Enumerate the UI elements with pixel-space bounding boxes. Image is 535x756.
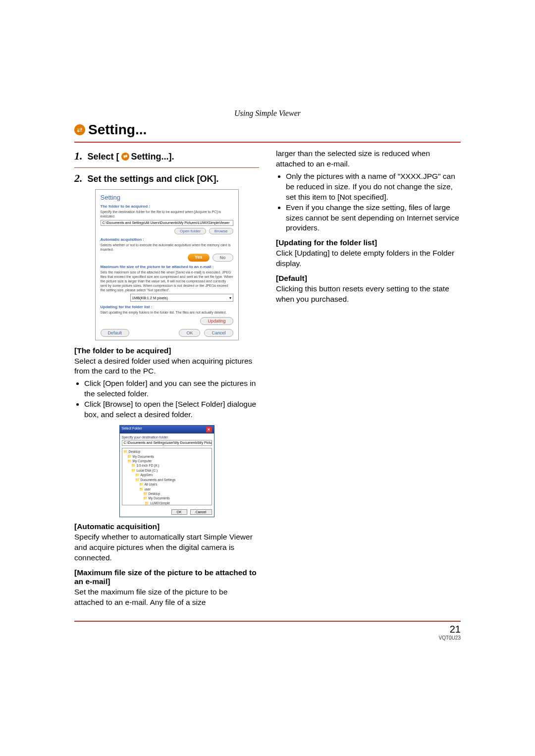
step-2: 2. Set the settings and click [OK].: [74, 173, 259, 185]
dlg-section-max-desc: Sets the maximum size of the attached fi…: [101, 270, 233, 292]
bullet: Click [Browse] to open the [Select Folde…: [84, 399, 259, 420]
subhead-folder: [The folder to be acquired]: [74, 346, 259, 355]
update-desc: Click [Updating] to delete empty folders…: [276, 248, 461, 269]
page-footer: 21 VQT0U23: [74, 621, 461, 641]
dlg-section-folder-desc: Specify the destination folder for the f…: [101, 210, 233, 218]
tree-node: Documents and Settings: [123, 478, 211, 482]
tree-node: Desktop: [123, 449, 211, 454]
folder-tree[interactable]: Desktop My Documents My Computer 3.5-inc…: [122, 448, 212, 505]
close-icon[interactable]: ×: [206, 427, 212, 432]
page-content: Using Simple Viewer ⇄ Setting... 1. Sele…: [74, 109, 461, 641]
select-folder-label: Specify your destination folder.: [122, 435, 212, 439]
dialog-title: Setting: [101, 194, 233, 201]
dlg-section-max-title: Maximum file size of the picture to be a…: [101, 265, 233, 269]
divider: [74, 142, 461, 143]
bullet: Only the pictures with a name of "XXXX.J…: [286, 171, 461, 203]
subhead-auto: [Automatic acquisition]: [74, 522, 259, 531]
select-folder-dialog: Select Folder × Specify your destination…: [119, 425, 214, 517]
browser-cancel-button[interactable]: Cancel: [190, 509, 212, 515]
folder-desc: Select a desired folder used when acquir…: [74, 356, 259, 377]
tree-node[interactable]: LUMIXSimple: [123, 501, 211, 505]
max-bullets: Only the pictures with a name of "XXXX.J…: [276, 171, 461, 234]
subhead-default: [Default]: [276, 274, 461, 283]
max-desc: Set the maximum file size of the picture…: [74, 587, 259, 608]
folder-bullets: Click [Open folder] and you can see the …: [74, 378, 259, 420]
cancel-button[interactable]: Cancel: [204, 329, 233, 337]
auto-desc: Specify whether to automatically start S…: [74, 532, 259, 563]
subhead-max: [Maximum file size of the picture to be …: [74, 568, 259, 586]
select-folder-titlebar: Select Folder ×: [120, 426, 214, 433]
swap-icon: ⇄: [74, 124, 85, 135]
step-2-text: Set the settings and click [OK].: [88, 173, 219, 185]
folder-path-input[interactable]: C:\Documents and Settings\All Users\Docu…: [101, 220, 233, 226]
dlg-section-update-desc: Start updating the empty folders in the …: [101, 310, 233, 315]
tree-node: AppServ: [123, 473, 211, 477]
max-size-select[interactable]: 1MB(KB:1.2 M pixels) ▾: [130, 294, 233, 302]
bullet: Click [Open folder] and you can see the …: [84, 378, 259, 399]
left-column: 1. Select [ ⇄ Setting...]. 2. Set the se…: [74, 148, 259, 609]
page-number: 21: [74, 624, 461, 635]
max-cont: larger than the selected size is reduced…: [276, 149, 461, 169]
page-title: ⇄ Setting...: [74, 122, 461, 138]
updating-button[interactable]: Updating: [200, 317, 233, 325]
running-header: Using Simple Viewer: [74, 109, 461, 118]
tree-node: My Documents: [123, 496, 211, 500]
setting-dialog: Setting The folder to be acquired : Spec…: [95, 189, 239, 340]
tree-node: All Users: [123, 482, 211, 486]
dlg-section-auto-title: Automatic acquisition :: [101, 237, 233, 242]
right-column: larger than the selected size is reduced…: [276, 148, 461, 609]
subhead-update: [Updating for the folder list]: [276, 238, 461, 247]
tree-node: 3.5-inch FD (A:): [123, 463, 211, 468]
dlg-section-update-title: Updating for the folder list :: [101, 305, 233, 309]
tree-node: user: [123, 487, 211, 491]
ok-button[interactable]: OK: [179, 329, 200, 337]
bullet: Even if you change the size setting, fil…: [286, 203, 461, 234]
default-button[interactable]: Default: [101, 329, 130, 337]
tree-node: Desktop: [123, 491, 211, 496]
select-folder-path[interactable]: C:\Documents and Settings\user\My Docume…: [122, 440, 212, 446]
step-1-text: Select [ ⇄ Setting...].: [88, 151, 174, 162]
no-button[interactable]: No: [213, 254, 233, 262]
tree-node: My Computer: [123, 459, 211, 463]
default-desc: Clicking this button resets every settin…: [276, 284, 461, 305]
swap-icon: ⇄: [121, 153, 129, 161]
open-folder-button[interactable]: Open folder: [174, 228, 206, 234]
tree-node: My Documents: [123, 454, 211, 459]
dlg-section-folder-title: The folder to be acquired :: [101, 204, 233, 209]
chevron-down-icon: ▾: [229, 296, 231, 300]
document-code: VQT0U23: [74, 635, 461, 641]
step-1: 1. Select [ ⇄ Setting...].: [74, 151, 259, 162]
dlg-section-auto-desc: Selects whether or not to execute the au…: [101, 243, 233, 252]
browse-button[interactable]: Browse: [209, 228, 233, 234]
browser-ok-button[interactable]: OK: [171, 509, 187, 515]
tree-node: Local Disk (C:): [123, 468, 211, 473]
divider: [74, 167, 259, 168]
yes-button[interactable]: Yes: [188, 254, 210, 262]
